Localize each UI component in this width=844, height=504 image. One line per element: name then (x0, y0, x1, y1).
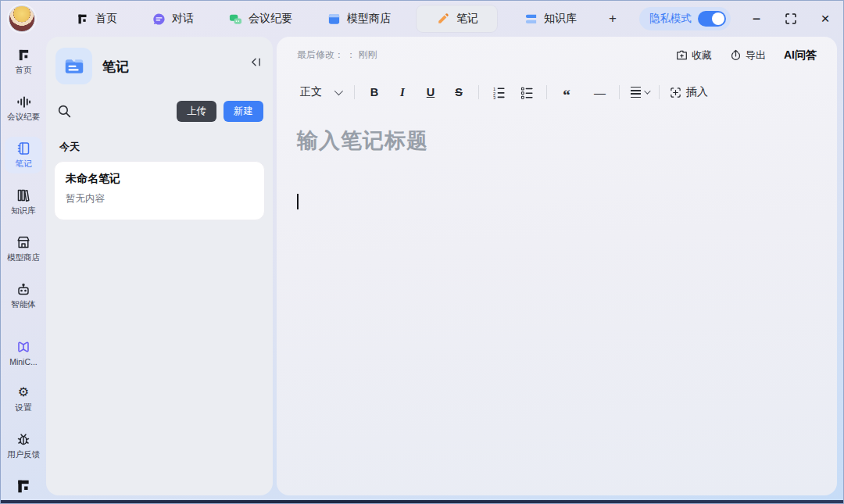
new-note-button[interactable]: 新建 (224, 101, 263, 122)
sidebar-item-model-store[interactable]: 模型商店 (5, 231, 42, 267)
sidebar-label: MiniC... (9, 357, 38, 366)
note-item-preview: 暂无内容 (66, 192, 253, 206)
chevron-down-icon (644, 88, 650, 94)
privacy-mode-toggle[interactable] (698, 11, 726, 27)
sidebar-item-notes[interactable]: 笔记 (5, 137, 42, 173)
books-icon (16, 188, 31, 203)
sidebar-item-feedback[interactable]: 用户反馈 (5, 427, 42, 464)
toolbar-divider (354, 85, 355, 99)
note-list-item[interactable]: 未命名笔记 暂无内容 (54, 161, 265, 220)
underline-button[interactable]: U (421, 82, 440, 102)
editor-actions: 收藏 导出 AI问答 (676, 48, 817, 63)
strikethrough-button[interactable]: S (449, 82, 468, 102)
blockquote-button[interactable]: “ (557, 82, 576, 102)
note-editor-panel: 最后修改： ： 刚刚 收藏 导出 AI问答 正文 (277, 37, 837, 495)
bug-icon (16, 431, 31, 447)
sidebar-item-knowledge-base[interactable]: 知识库 (5, 184, 42, 220)
sidebar-label: 用户反馈 (7, 449, 40, 460)
notes-panel-actions: 上传 新建 (46, 84, 273, 122)
sidebar-item-minicpm[interactable]: MiniC... (5, 335, 42, 370)
upload-button[interactable]: 上传 (177, 101, 216, 122)
minimize-button[interactable]: − (749, 12, 764, 26)
ordered-list-icon: 123 (492, 86, 506, 99)
user-avatar[interactable] (9, 5, 35, 32)
editor-toolbar: 正文 B I U S 123 (297, 80, 817, 105)
sidebar-item-meeting-notes[interactable]: 会议纪要 (5, 90, 42, 127)
collapse-panel-button[interactable] (248, 54, 263, 70)
export-button[interactable]: 导出 (730, 48, 766, 63)
horizontal-rule-button[interactable]: — (590, 82, 609, 102)
sidebar-label: 模型商店 (7, 252, 40, 263)
paragraph-style-value: 正文 (300, 85, 322, 99)
italic-button[interactable]: I (393, 82, 412, 102)
notes-panel-title: 笔记 (102, 58, 129, 76)
sidebar-label: 会议纪要 (7, 112, 40, 123)
notes-list-panel: 笔记 上传 新建 今天 未命名笔记 暂无内容 (46, 37, 273, 495)
tab-chat[interactable]: 对话 (143, 6, 202, 31)
maximize-icon (785, 13, 796, 24)
plus-icon: + (609, 11, 617, 27)
bold-button[interactable]: B (365, 82, 384, 102)
note-title-input[interactable]: 输入笔记标题 (297, 127, 817, 155)
insert-plus-square-icon (670, 87, 681, 98)
app-window: 首页 对话 会议纪要 模型商店 (0, 0, 844, 504)
paragraph-style-dropdown[interactable]: 正文 (297, 82, 344, 102)
alignment-dropdown[interactable] (630, 82, 649, 102)
favorite-button[interactable]: 收藏 (676, 48, 712, 63)
editor-meta-row: 最后修改： ： 刚刚 收藏 导出 AI问答 (297, 37, 817, 73)
tab-label: 模型商店 (347, 12, 391, 26)
maximize-button[interactable] (784, 12, 798, 26)
search-icon[interactable] (57, 104, 72, 119)
tab-label: 知识库 (544, 12, 577, 26)
notes-folder-badge (55, 48, 92, 84)
sidebar-label: 笔记 (16, 159, 32, 170)
favorite-label: 收藏 (692, 48, 712, 63)
tab-label: 首页 (95, 12, 117, 26)
tab-notes[interactable]: 笔记 (417, 5, 497, 32)
tab-home[interactable]: 首页 (66, 6, 125, 31)
sidebar-label: 知识库 (11, 206, 36, 216)
sidebar-item-settings[interactable]: ⚙ 设置 (5, 381, 42, 417)
tab-meeting[interactable]: 会议纪要 (220, 6, 300, 31)
export-label: 导出 (746, 48, 766, 63)
toolbar-divider (619, 85, 620, 99)
new-tab-button[interactable]: + (603, 11, 623, 27)
storefront-icon (16, 234, 31, 250)
tab-strip: 首页 对话 会议纪要 模型商店 (66, 5, 623, 32)
sidebar-label: 设置 (16, 402, 32, 413)
close-icon: × (821, 10, 829, 27)
insert-label: 插入 (686, 85, 708, 99)
notebook-icon (16, 141, 31, 156)
notes-panel-header: 笔记 (46, 37, 273, 84)
waveform-icon (16, 94, 31, 109)
ordered-list-button[interactable]: 123 (489, 82, 508, 102)
home-logo-icon (16, 47, 31, 63)
folder-icon (63, 55, 86, 78)
app-logo-icon (16, 478, 31, 494)
sidebar-item-home[interactable]: 首页 (5, 43, 42, 80)
sidebar-item-agents[interactable]: 智能体 (5, 277, 42, 314)
tab-knowledge-base[interactable]: 知识库 (515, 6, 585, 31)
tab-label: 会议纪要 (249, 12, 292, 26)
toolbar-divider (478, 85, 479, 99)
app-logo-icon (74, 11, 90, 27)
meeting-chat-icon (227, 11, 243, 27)
title-bar-right: 隐私模式 − × (639, 7, 832, 30)
insert-button[interactable]: 插入 (670, 82, 708, 102)
sidebar-label: 首页 (16, 65, 32, 76)
store-icon (326, 11, 342, 27)
pencil-icon (435, 11, 451, 27)
ai-qa-button[interactable]: AI问答 (784, 48, 817, 63)
close-button[interactable]: × (818, 12, 832, 26)
bullet-list-button[interactable] (517, 82, 536, 102)
collapse-panel-icon (250, 56, 262, 68)
last-modified-text: 最后修改： ： 刚刚 (297, 48, 377, 62)
bullet-list-icon (520, 86, 534, 99)
chevron-down-icon (334, 87, 343, 95)
privacy-mode-pill: 隐私模式 (639, 7, 731, 30)
window-controls: − × (749, 12, 832, 26)
sidebar-label: 智能体 (11, 299, 36, 310)
tab-model-store[interactable]: 模型商店 (318, 6, 399, 31)
text-cursor (297, 194, 299, 209)
favorite-folder-plus-icon (676, 49, 688, 61)
